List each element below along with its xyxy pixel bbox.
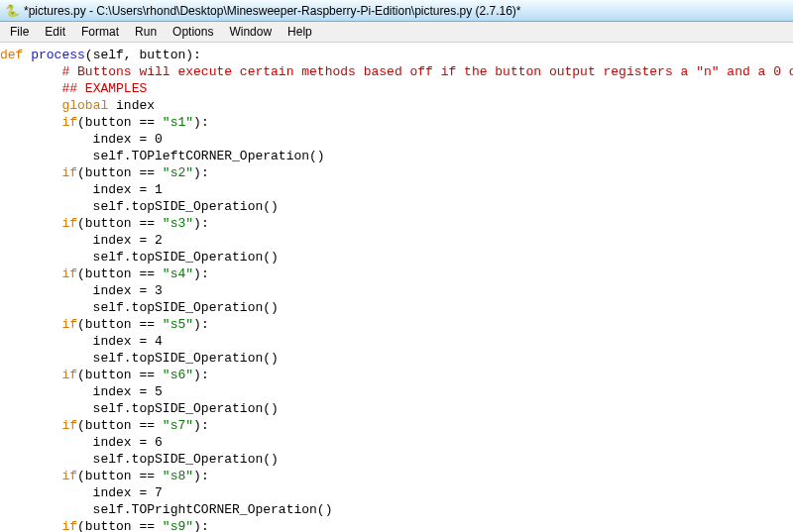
menu-run[interactable]: Run [127,23,165,41]
titlebar[interactable]: 🐍 *pictures.py - C:\Users\rhond\Desktop\… [0,0,793,22]
menu-edit[interactable]: Edit [37,23,73,41]
menu-options[interactable]: Options [165,23,221,41]
code-editor[interactable]: def process(self, button): # Buttons wil… [0,43,793,532]
python-idle-icon: 🐍 [4,3,20,19]
menu-format[interactable]: Format [73,23,127,41]
menu-file[interactable]: File [2,23,37,41]
window-title: *pictures.py - C:\Users\rhond\Desktop\Mi… [24,4,521,18]
menu-help[interactable]: Help [280,23,320,41]
menubar: File Edit Format Run Options Window Help [0,22,793,43]
menu-window[interactable]: Window [221,23,280,41]
code-text[interactable]: def process(self, button): # Buttons wil… [0,47,793,532]
